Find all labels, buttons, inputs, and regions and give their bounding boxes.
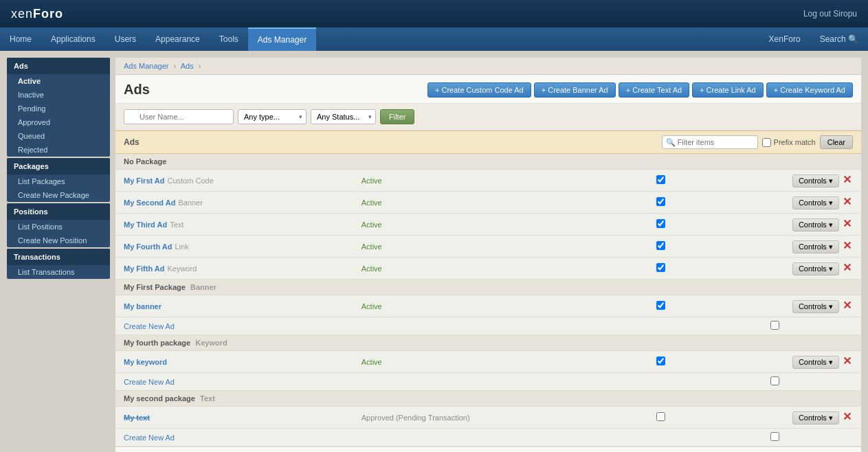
sidebar-item-list-positions[interactable]: List Positions bbox=[7, 220, 110, 234]
ad-checkbox-my-keyword[interactable] bbox=[656, 357, 665, 365]
package-checkbox-my-fourth-package[interactable] bbox=[770, 376, 779, 385]
controls-button-my-fifth-ad[interactable]: Controls ▾ bbox=[792, 262, 839, 275]
ad-checkbox-my-third-ad[interactable] bbox=[656, 219, 665, 228]
logo-suffix: Foro bbox=[33, 7, 63, 21]
sidebar-section-title-transactions: Transactions bbox=[7, 249, 110, 265]
sidebar-item-create-position[interactable]: Create New Position bbox=[7, 234, 110, 247]
ad-link-my-second-ad[interactable]: My Second Ad bbox=[124, 199, 175, 207]
ad-checkbox-my-fourth-ad[interactable] bbox=[656, 241, 665, 250]
breadcrumb-ads[interactable]: Ads bbox=[181, 62, 194, 70]
delete-button-my-banner[interactable]: ✕ bbox=[841, 299, 853, 312]
create-new-ad-my-fourth-package[interactable]: Create New Ad bbox=[124, 378, 175, 386]
ad-link-my-fourth-ad[interactable]: My Fourth Ad bbox=[124, 242, 172, 251]
create-link-ad-button[interactable]: + Create Link Ad bbox=[692, 82, 764, 98]
sidebar-section-title-positions: Positions bbox=[7, 203, 110, 220]
sidebar-section-ads: Ads Active Inactive Pending Approved Que… bbox=[7, 58, 110, 157]
table-col-label: Ads bbox=[124, 137, 140, 147]
status-filter-wrap: Any Status... Active Inactive Pending Ap… bbox=[311, 109, 376, 124]
ad-link-my-first-ad[interactable]: My First Ad bbox=[124, 177, 165, 185]
create-new-ad-my-first-package[interactable]: Create New Ad bbox=[124, 322, 175, 330]
table-row: My First AdCustom Code Active Controls ▾… bbox=[115, 170, 861, 192]
delete-button-my-second-ad[interactable]: ✕ bbox=[841, 195, 853, 208]
status-filter-select[interactable]: Any Status... Active Inactive Pending Ap… bbox=[311, 109, 376, 124]
controls-button-my-third-ad[interactable]: Controls ▾ bbox=[792, 218, 839, 231]
ad-status-my-keyword: Active bbox=[353, 351, 632, 373]
ad-checkbox-my-banner[interactable] bbox=[656, 301, 665, 310]
create-banner-ad-button[interactable]: + Create Banner Ad bbox=[534, 82, 616, 98]
delete-button-my-fifth-ad[interactable]: ✕ bbox=[841, 261, 853, 274]
table-row: My banner Active Controls ▾ ✕ bbox=[115, 295, 861, 317]
table-row: My Fourth AdLink Active Controls ▾ ✕ bbox=[115, 236, 861, 258]
nav-ads-manager[interactable]: Ads Manager bbox=[248, 27, 316, 51]
search-wrap: 🔍 bbox=[124, 109, 234, 124]
ad-checkbox-cell bbox=[632, 258, 689, 280]
nav-applications[interactable]: Applications bbox=[41, 27, 105, 51]
filter-items-input[interactable] bbox=[662, 135, 758, 149]
sidebar-item-inactive[interactable]: Inactive bbox=[7, 88, 110, 102]
delete-button-my-first-ad[interactable]: ✕ bbox=[841, 173, 853, 186]
table-row: My keyword Active Controls ▾ ✕ bbox=[115, 351, 861, 373]
sidebar-item-create-package[interactable]: Create New Package bbox=[7, 188, 110, 202]
ad-name-cell: My text bbox=[115, 407, 353, 429]
filter-items-wrap: 🔍 bbox=[662, 135, 758, 149]
nav-home[interactable]: Home bbox=[0, 27, 41, 51]
create-keyword-ad-button[interactable]: + Create Keyword Ad bbox=[766, 82, 853, 98]
delete-button-my-fourth-ad[interactable]: ✕ bbox=[841, 239, 853, 252]
nav-right: XenForo Search 🔍 bbox=[759, 27, 868, 51]
nav-users[interactable]: Users bbox=[105, 27, 146, 51]
delete-button-my-third-ad[interactable]: ✕ bbox=[841, 217, 853, 230]
type-filter-select[interactable]: Any type... Custom Code Banner Text Link… bbox=[238, 109, 307, 124]
ad-checkbox-cell bbox=[632, 236, 689, 258]
table-row: My Third AdText Active Controls ▾ ✕ bbox=[115, 214, 861, 236]
nav-tools[interactable]: Tools bbox=[210, 27, 248, 51]
ad-checkbox-my-text[interactable] bbox=[656, 412, 665, 421]
ad-link-my-keyword[interactable]: My keyword bbox=[124, 358, 167, 366]
sidebar-item-queued[interactable]: Queued bbox=[7, 129, 110, 143]
controls-button-my-fourth-ad[interactable]: Controls ▾ bbox=[792, 240, 839, 253]
ad-checkbox-my-first-ad[interactable] bbox=[656, 175, 665, 184]
nav-search[interactable]: Search 🔍 bbox=[810, 34, 868, 44]
sidebar-item-list-transactions[interactable]: List Transactions bbox=[7, 265, 110, 279]
sidebar-item-list-packages[interactable]: List Packages bbox=[7, 174, 110, 188]
controls-button-my-keyword[interactable]: Controls ▾ bbox=[792, 356, 839, 369]
table-row-create-new-my-fourth-package: Create New Ad bbox=[115, 373, 861, 391]
ad-type-my-fourth-ad: Link bbox=[175, 242, 188, 251]
sidebar-item-approved[interactable]: Approved bbox=[7, 115, 110, 129]
sidebar-section-title-ads: Ads bbox=[7, 58, 110, 74]
controls-button-my-text[interactable]: Controls ▾ bbox=[792, 411, 839, 425]
sidebar-item-rejected[interactable]: Rejected bbox=[7, 143, 110, 157]
create-custom-code-ad-button[interactable]: + Create Custom Code Ad bbox=[427, 82, 531, 98]
ad-checkbox-my-second-ad[interactable] bbox=[656, 197, 665, 206]
package-checkbox-my-second-package[interactable] bbox=[770, 432, 779, 441]
sidebar-item-pending[interactable]: Pending bbox=[7, 102, 110, 115]
delete-button-my-text[interactable]: ✕ bbox=[841, 410, 853, 423]
ad-checkbox-my-fifth-ad[interactable] bbox=[656, 263, 665, 272]
create-new-ad-my-second-package[interactable]: Create New Ad bbox=[124, 433, 175, 442]
ad-link-my-banner[interactable]: My banner bbox=[124, 302, 162, 310]
breadcrumb-ads-manager[interactable]: Ads Manager bbox=[124, 62, 168, 70]
group-label-my-fourth-package: My fourth package Keyword bbox=[115, 335, 861, 351]
ad-name-cell: My Second AdBanner bbox=[115, 192, 353, 214]
table-row: My Second AdBanner Active Controls ▾ ✕ bbox=[115, 192, 861, 214]
clear-button[interactable]: Clear bbox=[820, 135, 853, 149]
package-checkbox-my-first-package[interactable] bbox=[770, 321, 779, 330]
nav-xenforo[interactable]: XenForo bbox=[759, 34, 810, 44]
ad-checkbox-cell bbox=[632, 214, 689, 236]
nav-appearance[interactable]: Appearance bbox=[146, 27, 210, 51]
ad-link-my-text[interactable]: My text bbox=[124, 414, 150, 422]
controls-button-my-banner[interactable]: Controls ▾ bbox=[792, 300, 839, 313]
username-search-input[interactable] bbox=[124, 109, 234, 124]
ad-link-my-fifth-ad[interactable]: My Fifth Ad bbox=[124, 264, 164, 273]
ad-link-my-third-ad[interactable]: My Third Ad bbox=[124, 221, 167, 229]
ad-actions-my-fourth-ad: Controls ▾ ✕ bbox=[689, 236, 861, 258]
sidebar-item-active[interactable]: Active bbox=[7, 74, 110, 88]
delete-button-my-keyword[interactable]: ✕ bbox=[841, 354, 853, 368]
prefix-match-checkbox[interactable] bbox=[762, 138, 771, 147]
ad-name-cell: My Fifth AdKeyword bbox=[115, 258, 353, 280]
create-text-ad-button[interactable]: + Create Text Ad bbox=[619, 82, 689, 98]
controls-button-my-second-ad[interactable]: Controls ▾ bbox=[792, 196, 839, 210]
logout-button[interactable]: Log out Siropu bbox=[803, 9, 857, 19]
controls-button-my-first-ad[interactable]: Controls ▾ bbox=[792, 174, 839, 188]
create-new-cell: Create New Ad bbox=[115, 317, 689, 335]
filter-button[interactable]: Filter bbox=[380, 109, 414, 124]
